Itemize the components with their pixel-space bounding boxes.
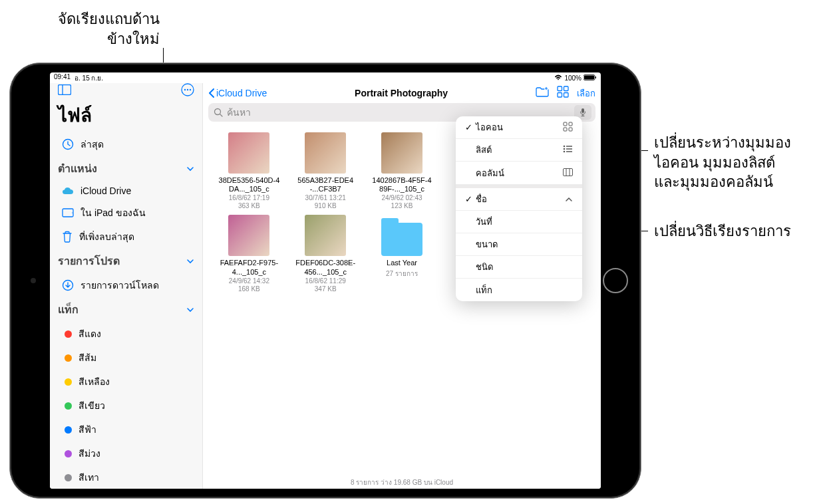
svg-rect-15 xyxy=(564,86,569,91)
sidebar-item-tag[interactable]: สีเหลือง xyxy=(50,370,202,394)
check-icon: ✓ xyxy=(465,122,473,132)
svg-point-29 xyxy=(564,151,566,153)
svg-rect-14 xyxy=(558,86,562,91)
sidebar-title: ไฟล์ xyxy=(50,99,202,132)
file-date: 16/8/62 11:29 xyxy=(305,277,346,285)
section-header-favorites[interactable]: รายการโปรด xyxy=(50,249,202,273)
svg-rect-24 xyxy=(569,128,572,131)
trash-icon xyxy=(62,231,73,243)
annotation-reorder-sidebar: จัดเรียงแถบด้านข้างใหม่ xyxy=(48,9,160,49)
more-options-icon[interactable] xyxy=(181,83,194,99)
chevron-down-icon xyxy=(186,165,194,173)
tag-dot-icon xyxy=(65,354,72,362)
popover-option-label: ชื่อ xyxy=(476,194,487,204)
file-name: 565A3B27-EDE4-...CF3B7 xyxy=(294,176,357,193)
file-item[interactable]: FAEFAFD2-F975-4..._105_c 24/9/62 14:32 1… xyxy=(214,215,285,292)
svg-rect-3 xyxy=(59,85,71,95)
status-footer: 8 รายการ ว่าง 19.68 GB บน iCloud xyxy=(203,475,601,489)
chevron-down-icon xyxy=(186,306,194,314)
ipad-frame: 09:41 อ. 15 ก.ย. 100% xyxy=(9,63,641,499)
columns-icon xyxy=(563,168,573,178)
svg-rect-21 xyxy=(564,122,567,126)
sidebar-item-icloud[interactable]: iCloud Drive xyxy=(50,181,202,201)
sidebar-item-label: สีฟ้า xyxy=(79,422,96,437)
popover-sort-option[interactable]: วันที่ xyxy=(456,211,582,233)
svg-rect-22 xyxy=(569,122,572,126)
sidebar-item-tag[interactable]: สีเทา xyxy=(50,465,202,489)
chevron-down-icon xyxy=(186,257,194,265)
tag-dot-icon xyxy=(65,402,72,410)
section-header-tags[interactable]: แท็ก xyxy=(50,297,202,322)
chevron-up-icon xyxy=(565,194,573,204)
popover-view-option[interactable]: ลิสต์ xyxy=(456,139,582,162)
file-item[interactable]: 38DE5356-540D-4DA..._105_c 16/8/62 17:19… xyxy=(214,132,285,209)
chevron-left-icon xyxy=(208,88,215,98)
popover-option-label: ชนิด xyxy=(476,262,493,272)
sidebar-item-tag[interactable]: สีส้ม xyxy=(50,346,202,370)
svg-rect-23 xyxy=(564,128,567,131)
back-button[interactable]: iCloud Drive xyxy=(208,88,267,98)
svg-line-19 xyxy=(220,114,223,117)
popover-view-option[interactable]: คอลัมน์ xyxy=(456,162,582,184)
file-date: 24/9/62 02:43 xyxy=(381,194,422,201)
file-size: 168 KB xyxy=(238,285,260,293)
view-grid-icon[interactable] xyxy=(557,86,569,100)
status-date: อ. 15 ก.ย. xyxy=(75,73,103,83)
sidebar-item-tag[interactable]: สีเขียว xyxy=(50,394,202,418)
svg-rect-1 xyxy=(584,75,594,79)
popover-sort-option[interactable]: ชนิด xyxy=(456,256,582,279)
popover-option-label: คอลัมน์ xyxy=(476,168,504,178)
sidebar-item-label: ที่เพิ่งลบล่าสุด xyxy=(79,229,134,244)
svg-rect-17 xyxy=(564,93,569,98)
sidebar-item-downloads[interactable]: รายการดาวน์โหลด xyxy=(50,273,202,297)
file-item[interactable]: 565A3B27-EDE4-...CF3B7 30/7/61 13:21 910… xyxy=(290,132,361,209)
svg-rect-20 xyxy=(582,108,584,113)
file-thumbnail xyxy=(381,132,422,174)
file-item[interactable]: FDEF06DC-308E-456..._105_c 16/8/62 11:29… xyxy=(290,215,361,292)
sidebar-toggle-icon[interactable] xyxy=(58,84,71,98)
file-item[interactable]: 1402867B-4F5F-489F-..._105_c 24/9/62 02:… xyxy=(367,132,438,209)
tag-dot-icon xyxy=(65,330,72,338)
sidebar-item-label: สีแดง xyxy=(79,326,101,341)
tag-dot-icon xyxy=(65,378,72,386)
sidebar-item-tag[interactable]: สีแดง xyxy=(50,322,202,346)
toolbar: iCloud Drive Portrait Photography เลือก xyxy=(203,83,601,103)
popover-sort-option[interactable]: ✓ ชื่อ xyxy=(456,188,582,211)
tag-dot-icon xyxy=(65,474,72,481)
new-folder-icon[interactable] xyxy=(536,86,549,100)
svg-point-6 xyxy=(184,89,186,90)
file-name: 38DE5356-540D-4DA..._105_c xyxy=(218,176,281,193)
sidebar-item-tag[interactable]: สีฟ้า xyxy=(50,418,202,441)
popover-sort-option[interactable]: ขนาด xyxy=(456,233,582,256)
sidebar-item-label: ล่าสุด xyxy=(81,137,104,152)
status-time: 09:41 xyxy=(54,73,71,83)
svg-point-11 xyxy=(72,212,73,213)
sidebar-item-on-ipad[interactable]: ใน iPad ของฉัน xyxy=(50,201,202,225)
wifi-icon xyxy=(554,74,562,82)
svg-point-7 xyxy=(187,89,188,90)
select-button[interactable]: เลือก xyxy=(577,86,595,100)
sidebar: ไฟล์ ล่าสุด ตำแหน่ง iCloud Drive ใน xyxy=(50,83,203,489)
svg-point-8 xyxy=(190,89,191,90)
home-button[interactable] xyxy=(603,268,628,293)
file-thumbnail xyxy=(228,132,269,174)
folder-item[interactable]: Last Year 27 รายการ xyxy=(367,215,438,292)
popover-sort-option[interactable]: แท็ก xyxy=(456,279,582,301)
sidebar-item-recently-deleted[interactable]: ที่เพิ่งลบล่าสุด xyxy=(50,225,202,249)
popover-option-label: แท็ก xyxy=(476,285,492,295)
popover-option-label: ลิสต์ xyxy=(476,145,492,155)
file-name: FAEFAFD2-F975-4..._105_c xyxy=(218,259,281,276)
sidebar-item-tag[interactable]: สีม่วง xyxy=(50,441,202,465)
file-name: FDEF06DC-308E-456..._105_c xyxy=(294,259,357,276)
file-size: 363 KB xyxy=(238,202,260,209)
svg-rect-10 xyxy=(63,209,73,217)
file-name: 1402867B-4F5F-489F-..._105_c xyxy=(370,176,433,193)
battery-pct: 100% xyxy=(564,74,582,82)
search-icon xyxy=(214,108,223,117)
section-header-locations[interactable]: ตำแหน่ง xyxy=(50,156,202,181)
sidebar-item-label: สีส้ม xyxy=(79,350,96,365)
popover-view-option[interactable]: ✓ ไอคอน xyxy=(456,116,582,139)
battery-icon xyxy=(584,74,597,82)
folder-icon xyxy=(381,223,422,256)
sidebar-item-recents[interactable]: ล่าสุด xyxy=(50,132,202,156)
